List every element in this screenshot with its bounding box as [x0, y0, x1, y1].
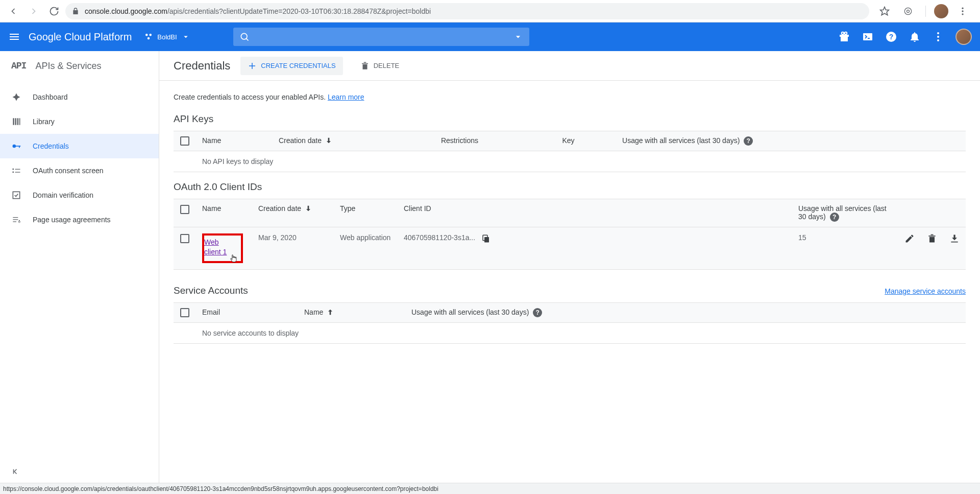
svg-rect-38: [15, 169, 20, 170]
delete-button[interactable]: DELETE: [353, 57, 407, 75]
back-button[interactable]: [4, 2, 22, 20]
account-avatar[interactable]: [955, 29, 972, 45]
sidebar-item-page-usage[interactable]: Page usage agreements: [0, 207, 159, 232]
notifications-icon[interactable]: [909, 31, 921, 43]
search-icon: [239, 32, 250, 42]
col-restrictions[interactable]: Restrictions: [435, 131, 556, 151]
project-selector[interactable]: BoldBI: [140, 28, 194, 46]
platform-title[interactable]: Google Cloud Platform: [29, 31, 132, 43]
service-accounts-section: Service Accounts Manage service accounts…: [174, 276, 966, 344]
cursor-icon: [229, 253, 238, 264]
svg-rect-36: [13, 169, 14, 170]
trash-icon: [360, 61, 370, 70]
sidebar-item-oauth-consent[interactable]: OAuth consent screen: [0, 158, 159, 183]
help-icon[interactable]: ?: [744, 136, 753, 146]
sidebar-item-domain-verification[interactable]: Domain verification: [0, 183, 159, 207]
col-usage[interactable]: Usage with all services (last 30 days) ?: [616, 131, 966, 151]
project-icon: [144, 32, 153, 41]
svg-rect-43: [13, 221, 16, 222]
svg-point-11: [148, 37, 150, 40]
sidebar-item-library[interactable]: Library: [0, 109, 159, 134]
sidebar-item-dashboard[interactable]: Dashboard: [0, 85, 159, 109]
learn-more-link[interactable]: Learn more: [328, 93, 364, 101]
edit-icon[interactable]: [904, 233, 915, 244]
col-usage[interactable]: Usage with all services (last 30 days) ?: [792, 199, 894, 227]
svg-rect-49: [362, 64, 367, 69]
svg-point-5: [962, 13, 963, 15]
more-icon[interactable]: [932, 31, 944, 43]
svg-marker-12: [184, 36, 188, 38]
col-email[interactable]: Email: [196, 303, 298, 323]
oauth-client-link[interactable]: Web client 1: [204, 238, 227, 256]
cell-usage: 15: [792, 227, 894, 270]
svg-point-10: [150, 34, 152, 36]
plus-icon: [248, 61, 257, 70]
col-name[interactable]: Name: [196, 199, 252, 227]
forward-button[interactable]: [24, 2, 43, 20]
cell-type: Web application: [334, 227, 398, 270]
col-creation[interactable]: Creation date: [252, 199, 334, 227]
col-usage[interactable]: Usage with all services (last 30 days) ?: [405, 303, 966, 323]
sidebar-item-label: Library: [33, 117, 55, 126]
select-all-checkbox[interactable]: [180, 308, 189, 317]
col-key[interactable]: Key: [556, 131, 616, 151]
help-icon[interactable]: ?: [533, 308, 542, 317]
create-credentials-button[interactable]: CREATE CREDENTIALS: [240, 57, 342, 75]
svg-point-1: [904, 8, 911, 14]
col-clientid[interactable]: Client ID: [398, 199, 792, 227]
svg-rect-51: [363, 62, 366, 63]
highlight-box: Web client 1: [202, 233, 243, 263]
help-icon[interactable]: ?: [830, 213, 839, 222]
extension-icon[interactable]: [899, 2, 917, 20]
download-icon[interactable]: [949, 233, 960, 244]
oauth-row: Web client 1 Mar 9, 2020 Web application…: [174, 227, 966, 270]
svg-rect-41: [13, 217, 18, 218]
cloud-shell-icon[interactable]: [862, 31, 874, 43]
trash-icon[interactable]: [927, 233, 937, 244]
reload-button[interactable]: [45, 2, 63, 20]
chrome-profile-avatar[interactable]: [934, 4, 948, 18]
svg-rect-6: [10, 34, 19, 35]
svg-rect-35: [19, 146, 20, 148]
svg-text:?: ?: [889, 33, 894, 41]
search-box[interactable]: [233, 28, 529, 46]
chrome-menu-icon[interactable]: [953, 2, 972, 20]
arrow-up-icon: [326, 308, 334, 316]
browser-toolbar: console.cloud.google.com/apis/credential…: [0, 0, 980, 22]
svg-point-2: [907, 10, 910, 12]
select-all-checkbox[interactable]: [180, 205, 189, 214]
sidebar-title: APIs & Services: [35, 61, 101, 72]
sidebar-item-label: Credentials: [33, 142, 69, 150]
service-accounts-empty: No service accounts to display: [196, 323, 966, 344]
project-name: BoldBI: [157, 33, 177, 41]
hamburger-menu[interactable]: [8, 31, 20, 43]
manage-service-accounts-link[interactable]: Manage service accounts: [885, 287, 966, 295]
sidebar-item-label: Dashboard: [33, 93, 68, 101]
create-credentials-label: CREATE CREDENTIALS: [261, 62, 335, 69]
address-bar[interactable]: console.cloud.google.com/apis/credential…: [65, 3, 869, 19]
service-accounts-title: Service Accounts: [174, 285, 248, 296]
help-icon[interactable]: ?: [885, 31, 897, 43]
svg-rect-56: [931, 234, 934, 236]
row-checkbox[interactable]: [180, 234, 189, 243]
svg-rect-39: [15, 172, 20, 173]
sidebar-item-credentials[interactable]: Credentials: [0, 134, 159, 158]
gift-icon[interactable]: [838, 31, 850, 43]
svg-point-19: [842, 32, 844, 35]
col-type[interactable]: Type: [334, 199, 398, 227]
collapse-sidebar-icon[interactable]: [11, 467, 20, 478]
svg-rect-21: [863, 33, 872, 40]
select-all-checkbox[interactable]: [180, 136, 189, 146]
chevron-down-icon: [181, 32, 190, 41]
svg-rect-50: [362, 63, 368, 64]
star-icon[interactable]: [875, 2, 894, 20]
col-name[interactable]: Name: [298, 303, 405, 323]
dashboard-icon: [11, 92, 21, 102]
col-name[interactable]: Name: [196, 131, 273, 151]
cell-clientid: 406705981120-3s1a...: [398, 227, 792, 270]
copy-icon[interactable]: [481, 234, 491, 243]
key-icon: [11, 141, 21, 151]
col-creation[interactable]: Creation date: [273, 131, 435, 151]
service-accounts-table: Email Name Usage with all services (last…: [174, 302, 966, 344]
sidebar-header[interactable]: API APIs & Services: [0, 51, 159, 81]
